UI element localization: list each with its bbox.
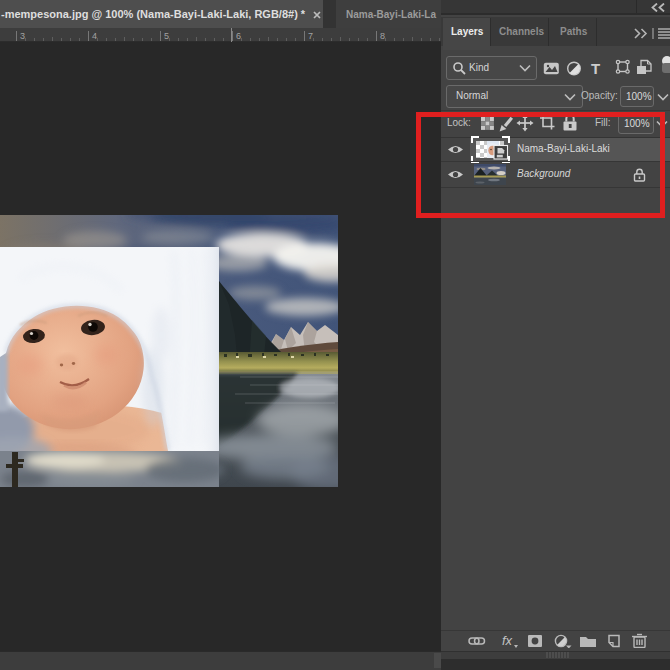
svg-text:8: 8 [380,31,385,41]
svg-text:4: 4 [92,31,97,41]
svg-text:7: 7 [308,31,313,41]
svg-text:fx: fx [502,633,513,648]
svg-text:T: T [591,60,600,77]
svg-text:6: 6 [236,31,241,41]
svg-text:5: 5 [164,31,169,41]
svg-text:3: 3 [20,31,25,41]
